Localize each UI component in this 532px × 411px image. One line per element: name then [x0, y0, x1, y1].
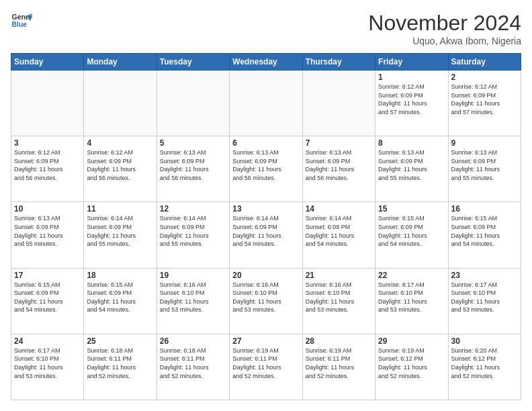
- calendar-cell: 17Sunrise: 6:15 AM Sunset: 6:09 PM Dayli…: [11, 268, 84, 334]
- cell-info: Sunrise: 6:17 AM Sunset: 6:10 PM Dayligh…: [378, 281, 445, 314]
- cell-date-number: 12: [160, 204, 226, 214]
- header: General Blue November 2024 Uquo, Akwa Ib…: [11, 11, 521, 46]
- calendar-cell: 1Sunrise: 6:12 AM Sunset: 6:09 PM Daylig…: [375, 71, 448, 136]
- cell-info: Sunrise: 6:13 AM Sunset: 6:09 PM Dayligh…: [14, 214, 81, 248]
- day-header-wednesday: Wednesday: [230, 54, 302, 71]
- cell-date-number: 22: [378, 271, 445, 280]
- logo-icon: General Blue: [11, 11, 32, 32]
- svg-text:Blue: Blue: [12, 21, 28, 28]
- cell-info: Sunrise: 6:14 AM Sunset: 6:09 PM Dayligh…: [232, 214, 299, 248]
- cell-date-number: 18: [87, 271, 153, 280]
- calendar-cell: 11Sunrise: 6:14 AM Sunset: 6:09 PM Dayli…: [84, 202, 157, 268]
- cell-date-number: 27: [232, 336, 299, 346]
- cell-date-number: 16: [451, 204, 518, 214]
- calendar-week-4: 24Sunrise: 6:17 AM Sunset: 6:10 PM Dayli…: [11, 334, 521, 400]
- calendar-cell: 5Sunrise: 6:13 AM Sunset: 6:09 PM Daylig…: [157, 136, 229, 202]
- calendar-header-row: SundayMondayTuesdayWednesdayThursdayFrid…: [11, 54, 521, 71]
- cell-info: Sunrise: 6:18 AM Sunset: 6:11 PM Dayligh…: [87, 347, 153, 380]
- calendar-cell: 4Sunrise: 6:12 AM Sunset: 6:09 PM Daylig…: [84, 136, 157, 202]
- calendar-cell: 3Sunrise: 6:12 AM Sunset: 6:09 PM Daylig…: [11, 136, 84, 202]
- cell-info: Sunrise: 6:12 AM Sunset: 6:09 PM Dayligh…: [451, 83, 518, 116]
- calendar-cell: 14Sunrise: 6:14 AM Sunset: 6:09 PM Dayli…: [302, 202, 375, 268]
- location: Uquo, Akwa Ibom, Nigeria: [368, 36, 521, 46]
- cell-date-number: 2: [451, 73, 518, 82]
- cell-date-number: 1: [378, 73, 445, 82]
- cell-date-number: 5: [160, 138, 226, 148]
- calendar-cell: 24Sunrise: 6:17 AM Sunset: 6:10 PM Dayli…: [11, 334, 84, 400]
- calendar-table: SundayMondayTuesdayWednesdayThursdayFrid…: [11, 53, 521, 400]
- calendar-cell: 29Sunrise: 6:19 AM Sunset: 6:12 PM Dayli…: [375, 334, 448, 400]
- calendar-cell: [11, 71, 84, 136]
- cell-info: Sunrise: 6:14 AM Sunset: 6:09 PM Dayligh…: [306, 214, 372, 248]
- cell-info: Sunrise: 6:17 AM Sunset: 6:10 PM Dayligh…: [14, 347, 81, 380]
- calendar-cell: 15Sunrise: 6:15 AM Sunset: 6:09 PM Dayli…: [375, 202, 448, 268]
- calendar-cell: 23Sunrise: 6:17 AM Sunset: 6:10 PM Dayli…: [448, 268, 521, 334]
- calendar-cell: 16Sunrise: 6:15 AM Sunset: 6:09 PM Dayli…: [448, 202, 521, 268]
- calendar-week-3: 17Sunrise: 6:15 AM Sunset: 6:09 PM Dayli…: [11, 268, 521, 334]
- calendar-cell: 12Sunrise: 6:14 AM Sunset: 6:09 PM Dayli…: [157, 202, 229, 268]
- calendar-cell: [84, 71, 157, 136]
- cell-info: Sunrise: 6:15 AM Sunset: 6:09 PM Dayligh…: [87, 281, 153, 314]
- cell-date-number: 11: [87, 204, 153, 214]
- calendar-cell: 13Sunrise: 6:14 AM Sunset: 6:09 PM Dayli…: [230, 202, 302, 268]
- cell-date-number: 19: [160, 271, 226, 280]
- cell-info: Sunrise: 6:16 AM Sunset: 6:10 PM Dayligh…: [306, 281, 372, 314]
- title-block: November 2024 Uquo, Akwa Ibom, Nigeria: [368, 11, 521, 46]
- calendar-cell: [302, 71, 375, 136]
- calendar-cell: 2Sunrise: 6:12 AM Sunset: 6:09 PM Daylig…: [448, 71, 521, 136]
- cell-date-number: 13: [232, 204, 299, 214]
- cell-info: Sunrise: 6:13 AM Sunset: 6:09 PM Dayligh…: [451, 148, 518, 182]
- cell-info: Sunrise: 6:12 AM Sunset: 6:09 PM Dayligh…: [14, 148, 81, 182]
- cell-date-number: 14: [306, 204, 372, 214]
- cell-info: Sunrise: 6:14 AM Sunset: 6:09 PM Dayligh…: [87, 214, 153, 248]
- calendar-cell: 7Sunrise: 6:13 AM Sunset: 6:09 PM Daylig…: [302, 136, 375, 202]
- cell-info: Sunrise: 6:16 AM Sunset: 6:10 PM Dayligh…: [160, 281, 226, 314]
- calendar-cell: [230, 71, 302, 136]
- cell-date-number: 25: [87, 336, 153, 346]
- cell-info: Sunrise: 6:13 AM Sunset: 6:09 PM Dayligh…: [378, 148, 445, 182]
- cell-info: Sunrise: 6:13 AM Sunset: 6:09 PM Dayligh…: [306, 148, 372, 182]
- cell-date-number: 15: [378, 204, 445, 214]
- logo: General Blue: [11, 11, 32, 32]
- day-header-thursday: Thursday: [302, 54, 375, 71]
- cell-date-number: 4: [87, 138, 153, 148]
- calendar-cell: 30Sunrise: 6:20 AM Sunset: 6:12 PM Dayli…: [448, 334, 521, 400]
- cell-info: Sunrise: 6:19 AM Sunset: 6:11 PM Dayligh…: [232, 347, 299, 380]
- calendar-week-0: 1Sunrise: 6:12 AM Sunset: 6:09 PM Daylig…: [11, 71, 521, 136]
- cell-date-number: 28: [306, 336, 372, 346]
- cell-info: Sunrise: 6:15 AM Sunset: 6:09 PM Dayligh…: [451, 214, 518, 248]
- cell-info: Sunrise: 6:18 AM Sunset: 6:11 PM Dayligh…: [160, 347, 226, 380]
- cell-date-number: 9: [451, 138, 518, 148]
- cell-date-number: 10: [14, 204, 81, 214]
- cell-info: Sunrise: 6:14 AM Sunset: 6:09 PM Dayligh…: [160, 214, 226, 248]
- day-header-sunday: Sunday: [11, 54, 84, 71]
- cell-date-number: 3: [14, 138, 81, 148]
- cell-date-number: 26: [160, 336, 226, 346]
- cell-date-number: 8: [378, 138, 445, 148]
- calendar-cell: 21Sunrise: 6:16 AM Sunset: 6:10 PM Dayli…: [302, 268, 375, 334]
- cell-info: Sunrise: 6:16 AM Sunset: 6:10 PM Dayligh…: [232, 281, 299, 314]
- cell-date-number: 17: [14, 271, 81, 280]
- cell-info: Sunrise: 6:19 AM Sunset: 6:12 PM Dayligh…: [378, 347, 445, 380]
- calendar-cell: 27Sunrise: 6:19 AM Sunset: 6:11 PM Dayli…: [230, 334, 302, 400]
- calendar-cell: 10Sunrise: 6:13 AM Sunset: 6:09 PM Dayli…: [11, 202, 84, 268]
- calendar-week-1: 3Sunrise: 6:12 AM Sunset: 6:09 PM Daylig…: [11, 136, 521, 202]
- cell-date-number: 24: [14, 336, 81, 346]
- cell-info: Sunrise: 6:13 AM Sunset: 6:09 PM Dayligh…: [232, 148, 299, 182]
- calendar-cell: [157, 71, 229, 136]
- calendar-cell: 8Sunrise: 6:13 AM Sunset: 6:09 PM Daylig…: [375, 136, 448, 202]
- cell-info: Sunrise: 6:13 AM Sunset: 6:09 PM Dayligh…: [160, 148, 226, 182]
- month-title: November 2024: [368, 11, 521, 36]
- cell-info: Sunrise: 6:15 AM Sunset: 6:09 PM Dayligh…: [378, 214, 445, 248]
- calendar-cell: 19Sunrise: 6:16 AM Sunset: 6:10 PM Dayli…: [157, 268, 229, 334]
- day-header-monday: Monday: [84, 54, 157, 71]
- calendar-cell: 18Sunrise: 6:15 AM Sunset: 6:09 PM Dayli…: [84, 268, 157, 334]
- cell-date-number: 21: [306, 271, 372, 280]
- calendar-cell: 26Sunrise: 6:18 AM Sunset: 6:11 PM Dayli…: [157, 334, 229, 400]
- cell-date-number: 23: [451, 271, 518, 280]
- cell-date-number: 7: [306, 138, 372, 148]
- cell-info: Sunrise: 6:12 AM Sunset: 6:09 PM Dayligh…: [378, 83, 445, 116]
- day-header-saturday: Saturday: [448, 54, 521, 71]
- calendar-week-2: 10Sunrise: 6:13 AM Sunset: 6:09 PM Dayli…: [11, 202, 521, 268]
- cell-info: Sunrise: 6:19 AM Sunset: 6:11 PM Dayligh…: [306, 347, 372, 380]
